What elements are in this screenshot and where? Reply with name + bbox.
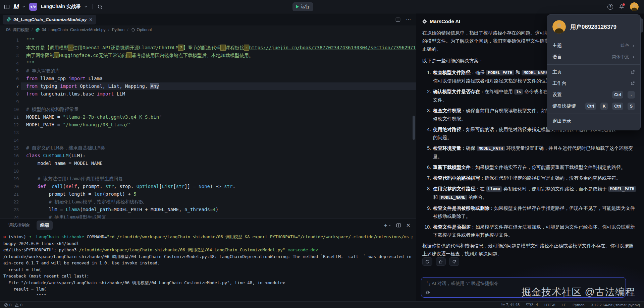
user-avatar[interactable]: [630, 2, 639, 11]
code-line[interactable]: def _call(self, prompt: str, stop: Optio…: [26, 183, 416, 190]
code-line[interactable]: # 导入需要的库: [26, 67, 416, 75]
code-line[interactable]: # 使用Llama模型生成回复: [26, 213, 416, 219]
status-item[interactable]: 行 7, 列 48: [501, 302, 520, 307]
user-menu-item[interactable]: 主页: [547, 66, 640, 78]
user-menu: 用户06928126379 主题暗色语言简体中文主页工作台设置Ctrl.键盘快捷…: [547, 14, 641, 130]
inline-code-chip: MODEL_NAME: [522, 70, 550, 75]
terminal-line: ain-core 0.1.7 and will be removed in 1.…: [3, 260, 413, 266]
line-number: 2: [0, 44, 19, 52]
editor-scrollbar[interactable]: [413, 116, 415, 140]
line-number: 20: [0, 183, 19, 190]
status-item[interactable]: Python: [573, 303, 585, 307]
user-menu-item[interactable]: 退出登录: [547, 116, 640, 127]
status-bar: 00 行 7, 列 48空格: 4UTF-8LFPython3.12.2 64-…: [0, 301, 644, 308]
keycap: S: [628, 103, 635, 110]
ai-list-item: 5.检查环境变量：确保 MODEL_PATH 环境变量设置正确，并且在运行代码时…: [422, 144, 638, 161]
code-editor[interactable]: 123456789101112131415161718192021222324 …: [0, 34, 416, 219]
warning-triangle-indicator[interactable]: 0: [15, 303, 22, 307]
chevron-down-icon[interactable]: [22, 4, 25, 10]
code-line[interactable]: from langchain.llms.base import LLM: [26, 90, 416, 98]
user-menu-item[interactable]: 键盘快捷键CtrlKCtrlS: [547, 101, 640, 112]
breadcrumb-item[interactable]: Python: [112, 27, 124, 32]
line-number: 19: [0, 175, 19, 183]
ai-list-item: 7.检查代码中的路径拼写：确保在代码中指定的路径拼写是正确的，没有多余的空格或字…: [422, 174, 638, 182]
code-line[interactable]: llm = Llama(model_path=MODEL_PATH + MODE…: [26, 206, 416, 213]
close-panel-icon[interactable]: ✕: [406, 222, 411, 229]
terminal-tab[interactable]: 终端: [37, 221, 53, 230]
status-item[interactable]: 空格: 4: [526, 302, 538, 307]
inline-code-chip: MODEL_NAME: [439, 195, 467, 200]
split-editor-icon[interactable]: [395, 17, 400, 22]
keycap: Ctrl: [585, 103, 596, 110]
marscode-logo[interactable]: M: [13, 3, 18, 11]
help-icon[interactable]: ?: [607, 4, 613, 10]
line-number: 5: [0, 67, 19, 75]
error-circle-indicator[interactable]: 0: [4, 303, 11, 307]
breadcrumb-item[interactable]: 06_调用模型: [6, 27, 29, 33]
code-line[interactable]: class CustomLLM(LLM):: [26, 152, 416, 160]
run-button-label: 运行: [301, 4, 310, 10]
line-number: 17: [0, 160, 19, 167]
code-line[interactable]: MODEL_PATH = "/home/huangj/03_Llama/": [26, 121, 416, 129]
code-line[interactable]: [26, 136, 416, 144]
code-line[interactable]: 由于网络限制，Huggingface.co无法正常访问，请考虑使用国内镜像站点下…: [26, 52, 416, 59]
breadcrumb-item[interactable]: 04_LangChain_CustomizeModel.py: [35, 27, 105, 32]
thumbs-up-button[interactable]: [436, 257, 446, 266]
code-line[interactable]: from llama_cpp import Llama: [26, 75, 416, 82]
user-menu-item[interactable]: 语言简体中文: [547, 51, 640, 63]
status-item[interactable]: LF: [561, 303, 566, 307]
code-line[interactable]: [26, 167, 416, 175]
external-link-icon: [630, 70, 635, 74]
breadcrumb-item[interactable]: Optional: [131, 27, 152, 32]
code-line[interactable]: [26, 129, 416, 136]
regenerate-button[interactable]: [422, 257, 432, 266]
ai-list-item: 10.检查文件是否损坏：如果模型文件存在但无法被加载，可能是因为文件已经损坏。你…: [422, 223, 638, 239]
code-line[interactable]: [26, 98, 416, 106]
line-number-gutter: 123456789101112131415161718192021222324: [0, 36, 19, 219]
terminal-output[interactable]: ⊗ (shims) ➜ LangChain-shizhanke COMMAND=…: [3, 234, 413, 301]
new-terminal-button[interactable]: +: [384, 223, 391, 228]
editor-tab[interactable]: 04_LangChain_CustomizeModel.py ✕: [3, 15, 96, 24]
line-number: 22: [0, 198, 19, 206]
user-menu-item[interactable]: 工作台: [547, 78, 640, 89]
notifications-bell-icon[interactable]: [619, 4, 624, 9]
ai-list-item: 9.检查文件是否被移动或删除：如果模型文件曾经存在于指定路径，但现在不见了，可能…: [422, 204, 638, 220]
code-line[interactable]: prompt_length = len(prompt) + 5: [26, 190, 416, 198]
external-link-icon: [630, 81, 635, 86]
marscode-icon[interactable]: [426, 290, 430, 295]
terminal-tab[interactable]: 调试控制台: [5, 221, 34, 230]
line-number: 13: [0, 129, 19, 136]
code-line[interactable]: MODEL_NAME = "llama-2-7b-chat.ggmlv3.q4_…: [26, 113, 416, 121]
search-icon[interactable]: [97, 4, 103, 10]
status-item[interactable]: UTF-8: [544, 303, 555, 307]
code-line[interactable]: model_name = MODEL_NAME: [26, 160, 416, 167]
keycap: K: [600, 103, 608, 110]
thumbs-down-button[interactable]: [449, 257, 459, 266]
code-line[interactable]: """: [26, 36, 416, 44]
code-line[interactable]: 本文件是【调用模型：使用OpenAI API还是微调开源Llama2/ChatG…: [26, 44, 416, 52]
run-button[interactable]: 运行: [292, 2, 313, 11]
code-line[interactable]: # 初始化Llama模型，指定模型路径和线程数: [26, 198, 416, 206]
code-line[interactable]: # 模型的名称和路径常量: [26, 106, 416, 113]
code-line[interactable]: # 该方法使用Llama库调用模型生成回复: [26, 175, 416, 183]
code-line[interactable]: # 自定义的LLM类，继承自基础LLM类: [26, 144, 416, 152]
more-actions-icon[interactable]: ⋯: [406, 16, 411, 22]
chevron-down-icon[interactable]: [84, 4, 88, 10]
line-number: 3: [0, 52, 19, 59]
terminal-line: Traceback (most recent call last):: [3, 273, 413, 280]
terminal-line: /cloudide/workspace/LangChain-shizhanke/…: [3, 253, 413, 260]
project-name[interactable]: LangChain 实战课: [41, 4, 80, 10]
line-number: 8: [0, 90, 19, 98]
line-number: 14: [0, 136, 19, 144]
code-line[interactable]: """: [26, 59, 416, 67]
close-icon[interactable]: ✕: [89, 17, 93, 22]
user-menu-item[interactable]: 设置Ctrl.: [547, 89, 640, 101]
split-terminal-icon[interactable]: [396, 223, 401, 228]
inline-code-chip: Llama: [486, 186, 502, 192]
code-line[interactable]: from typing import Optional, List, Mappi…: [26, 82, 416, 90]
sidebar-toggle-icon[interactable]: [4, 4, 10, 10]
user-menu-item[interactable]: 主题暗色: [547, 40, 640, 51]
ai-panel-scrollbar[interactable]: [641, 18, 643, 33]
line-number: 15: [0, 144, 19, 152]
status-item[interactable]: 3.12.2 64-bit ('shims': pyenv): [591, 303, 640, 307]
